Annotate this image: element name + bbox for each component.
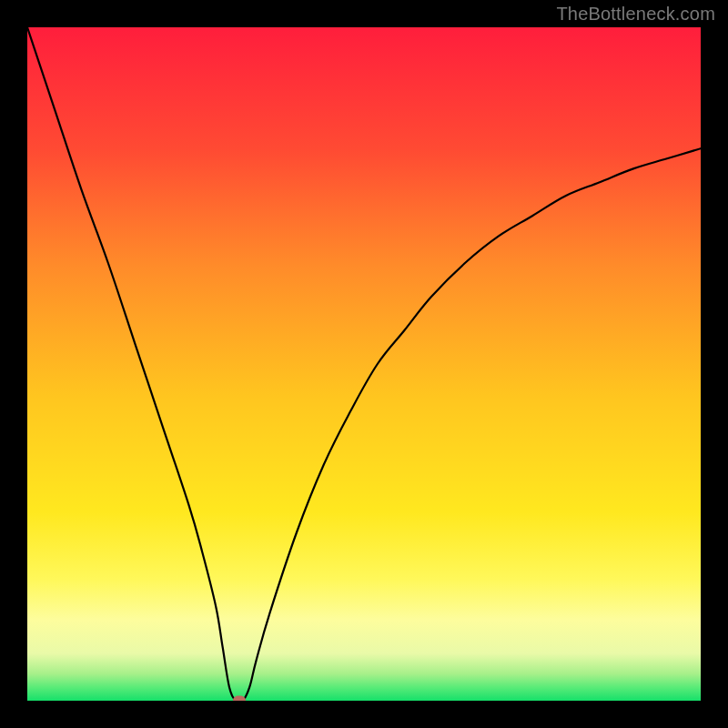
curve-path xyxy=(27,27,701,701)
watermark-label: TheBottleneck.com xyxy=(556,4,715,25)
optimum-marker xyxy=(233,696,246,702)
bottleneck-curve xyxy=(27,27,701,701)
plot-area xyxy=(27,27,701,701)
chart-frame: TheBottleneck.com xyxy=(0,0,728,728)
